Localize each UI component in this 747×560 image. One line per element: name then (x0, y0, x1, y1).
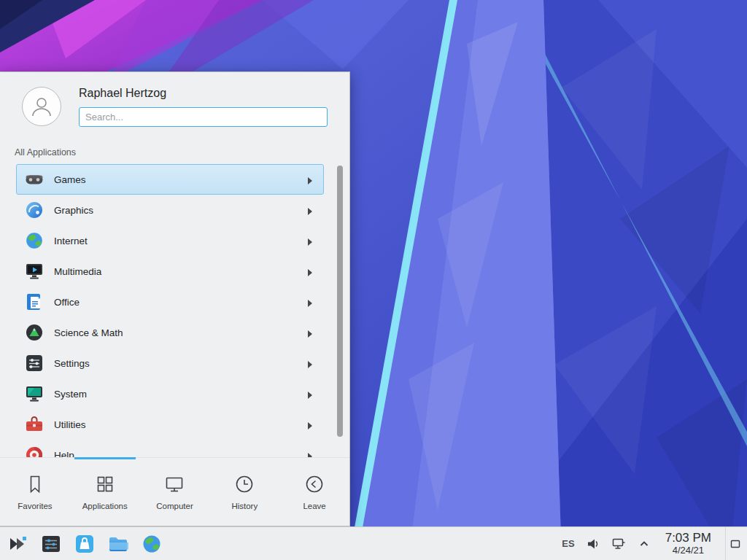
menu-item-help[interactable]: Help (16, 440, 324, 457)
submenu-arrow-icon (307, 236, 313, 245)
gamepad-icon (24, 169, 44, 190)
launcher-header: Raphael Hertzog All Applications (0, 72, 349, 151)
globe-icon (24, 230, 44, 251)
menu-item-office[interactable]: Office (16, 287, 324, 317)
tab-label: Computer (156, 502, 193, 510)
scrollbar-thumb[interactable] (337, 166, 343, 437)
menu-item-multimedia[interactable]: Multimedia (16, 256, 324, 287)
menu-item-label: Multimedia (54, 266, 298, 277)
app-launcher-icon (7, 533, 28, 555)
keyboard-layout-indicator[interactable]: ES (562, 538, 574, 549)
tab-label: Applications (82, 502, 128, 510)
clock-time: 7:03 PM (665, 531, 711, 545)
user-icon (29, 94, 54, 119)
submenu-arrow-icon (307, 389, 313, 398)
utilities-icon (24, 414, 44, 435)
discover-icon (74, 533, 96, 555)
menu-item-label: Office (54, 297, 298, 308)
discover-button[interactable] (73, 532, 96, 556)
tab-label: History (231, 502, 258, 510)
system-icon (24, 384, 44, 404)
menu-item-label: Help (54, 450, 298, 458)
application-launcher-menu: Raphael Hertzog All Applications Games (0, 71, 350, 526)
submenu-arrow-icon (307, 298, 313, 306)
tab-favorites[interactable]: Favorites (0, 458, 70, 526)
active-tab-indicator (74, 457, 136, 459)
menu-item-label: Games (54, 174, 298, 185)
scrollbar-track[interactable] (337, 166, 343, 457)
menu-item-science-math[interactable]: Science & Math (16, 317, 324, 348)
settings-app-button[interactable] (39, 532, 63, 556)
grid-icon (94, 473, 116, 495)
menu-item-internet[interactable]: Internet (16, 225, 324, 256)
user-name: Raphael Hertzog (79, 87, 166, 100)
graphics-icon (24, 200, 44, 220)
clock-date: 4/24/21 (665, 545, 711, 556)
science-icon (24, 322, 44, 343)
tab-label: Leave (303, 502, 325, 510)
category-list: Games Graphics (0, 164, 349, 457)
menu-item-system[interactable]: System (16, 378, 324, 409)
settings-app-icon (40, 533, 62, 555)
submenu-arrow-icon (307, 267, 313, 276)
tab-applications[interactable]: Applications (70, 458, 140, 526)
menu-item-label: Graphics (54, 205, 298, 216)
submenu-arrow-icon (307, 420, 313, 429)
network-icon[interactable] (611, 537, 626, 551)
clock-icon (233, 473, 255, 495)
tab-label: Favorites (18, 502, 52, 510)
submenu-arrow-icon (307, 328, 313, 337)
menu-item-label: Settings (54, 358, 298, 369)
menu-item-settings[interactable]: Settings (16, 348, 324, 378)
browser-globe-icon (142, 534, 162, 554)
tab-computer[interactable]: Computer (140, 458, 210, 526)
help-icon (24, 445, 44, 457)
submenu-arrow-icon (307, 359, 313, 368)
file-manager-button[interactable] (107, 532, 130, 556)
leave-icon (303, 473, 325, 495)
folder-icon (107, 533, 129, 555)
menu-item-label: Utilities (54, 419, 298, 430)
expand-tray-icon[interactable] (637, 537, 651, 551)
multimedia-icon (24, 261, 44, 281)
taskbar-launchers (0, 532, 163, 556)
settings-icon (24, 353, 44, 373)
taskbar-panel: ES 7:03 PM 4/24/21 (0, 526, 747, 560)
show-desktop-button[interactable] (725, 527, 744, 560)
monitor-icon (163, 473, 185, 495)
menu-item-label: Internet (54, 236, 298, 246)
menu-item-games[interactable]: Games (16, 164, 324, 195)
menu-item-label: Science & Math (54, 327, 298, 338)
tab-leave[interactable]: Leave (279, 458, 349, 526)
volume-icon[interactable] (586, 537, 600, 551)
submenu-arrow-icon (307, 451, 313, 457)
menu-item-label: System (54, 389, 298, 400)
submenu-arrow-icon (307, 175, 313, 184)
show-desktop-icon (729, 538, 741, 550)
bookmark-icon (24, 473, 46, 495)
menu-item-utilities[interactable]: Utilities (16, 409, 324, 440)
launcher-tabbar: Favorites Applications (0, 457, 349, 526)
office-icon (24, 292, 44, 312)
tab-history[interactable]: History (209, 458, 279, 526)
menu-item-graphics[interactable]: Graphics (16, 195, 324, 225)
app-launcher-button[interactable] (6, 532, 29, 556)
system-tray: ES 7:03 PM 4/24/21 (562, 527, 747, 560)
browser-button[interactable] (140, 532, 163, 556)
avatar[interactable] (22, 87, 61, 126)
search-input[interactable] (79, 107, 328, 127)
submenu-arrow-icon (307, 206, 313, 214)
clock-widget[interactable]: 7:03 PM 4/24/21 (662, 531, 714, 556)
section-label: All Applications (15, 147, 76, 158)
